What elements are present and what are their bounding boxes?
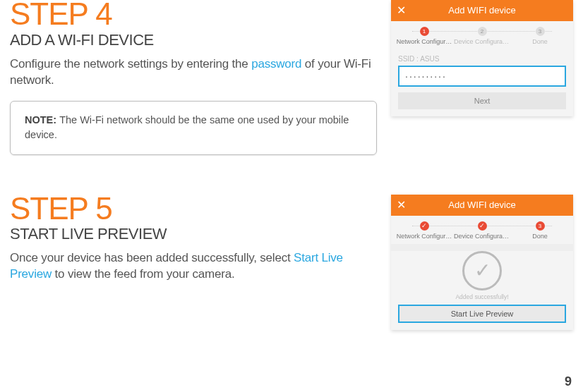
step4-body-pre: Configure the network settings by enteri…	[10, 57, 251, 71]
step-label: Device Configurati…	[454, 233, 510, 240]
step4-keyword: password	[251, 57, 301, 71]
phone2-body: ✓ Added successfully! Start Live Preview	[391, 251, 573, 330]
check-icon	[478, 221, 487, 231]
next-button[interactable]: Next	[398, 92, 566, 109]
step5-heading: STEP 5	[10, 195, 377, 223]
step-label: Device Configurati…	[454, 38, 510, 45]
step5-body-pre: Once your device has been added successf…	[10, 251, 294, 264]
step-badge: 1	[420, 27, 429, 36]
step-badge: 3	[536, 221, 545, 231]
step-label: Done	[512, 233, 568, 240]
phone1-titlebar: ✕ Add WIFI device	[391, 0, 573, 21]
step4-subtitle: ADD A WI-FI DEVICE	[10, 31, 377, 49]
progress-step-1: 1 Network Configur…	[395, 27, 453, 45]
ssid-row: SSID : ASUS	[398, 55, 566, 63]
ssid-label: SSID :	[398, 55, 420, 63]
step-badge: 3	[536, 27, 545, 36]
phone2-titlebar: ✕ Add WIFI device	[391, 195, 573, 216]
progress-step-2: Device Configurati…	[453, 221, 511, 240]
start-live-preview-button[interactable]: Start Live Preview	[398, 305, 566, 323]
progress-step-3: 3 Done	[511, 221, 569, 240]
step-badge: 2	[478, 27, 487, 36]
step-label: Network Configur…	[396, 38, 452, 45]
progress-step-1: Network Configur…	[395, 221, 453, 240]
success-check-icon: ✓	[462, 251, 502, 290]
ssid-value: ASUS	[420, 55, 439, 63]
phone1-progress: 1 Network Configur… 2 Device Configurati…	[391, 21, 573, 49]
phone2-progress: Network Configur… Device Configurati… 3 …	[391, 216, 573, 244]
step-label: Network Configur…	[396, 233, 452, 240]
phone1-title: Add WIFI device	[448, 5, 515, 16]
check-icon	[420, 221, 429, 231]
note-label: NOTE:	[25, 114, 59, 125]
step5-body-post: to view the feed from your camera.	[52, 267, 234, 281]
close-icon[interactable]: ✕	[397, 195, 406, 216]
progress-step-3: 3 Done	[511, 27, 569, 45]
phone-mock-step4: ✕ Add WIFI device 1 Network Configur… 2 …	[391, 0, 573, 116]
password-input[interactable]: ··········	[398, 66, 566, 87]
step5-body: Once your device has been added successf…	[10, 250, 377, 283]
phone2-title: Add WIFI device	[448, 200, 515, 210]
step4-body: Configure the network settings by enteri…	[10, 56, 377, 89]
close-icon[interactable]: ✕	[397, 0, 406, 21]
step-label: Done	[512, 38, 568, 45]
page-number: 9	[565, 374, 572, 389]
note-body: The Wi-Fi network should be the same one…	[25, 114, 349, 140]
step4-heading: STEP 4	[10, 0, 377, 28]
progress-step-2: 2 Device Configurati…	[453, 27, 511, 45]
added-message: Added successfully!	[398, 293, 566, 300]
phone-mock-step5: ✕ Add WIFI device Network Configur… Devi…	[391, 195, 573, 330]
step4-note: NOTE: The Wi-Fi network should be the sa…	[10, 101, 377, 154]
step5-subtitle: START LIVE PREVIEW	[10, 225, 377, 243]
phone1-body: SSID : ASUS ·········· Next	[391, 49, 573, 116]
